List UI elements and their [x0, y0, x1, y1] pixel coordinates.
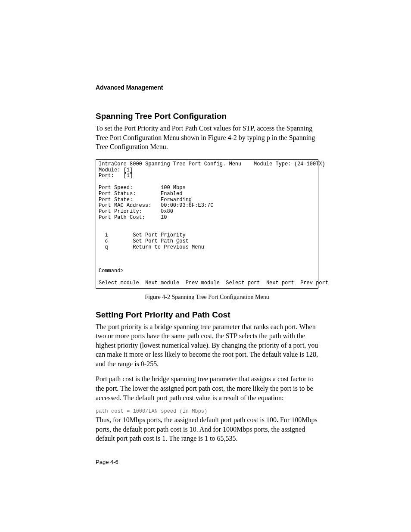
section1-paragraph: To set the Port Priority and Port Path C…: [96, 124, 318, 152]
equation-code: path cost = 1000/LAN speed (in Mbps): [96, 408, 318, 414]
section-heading-2: Setting Port Priority and Path Cost: [96, 310, 318, 320]
section-heading-1: Spanning Tree Port Configuration: [96, 112, 318, 121]
page-number: Page 4-6: [96, 459, 118, 465]
chapter-header: Advanced Management: [96, 84, 318, 91]
section2-p3: Thus, for 10Mbps ports, the assigned def…: [96, 415, 318, 443]
section2-p1: The port priority is a bridge spanning t…: [96, 322, 318, 369]
section2-p2: Port path cost is the bridge spanning tr…: [96, 374, 318, 402]
terminal-screenshot: IntraCore 8000 Spanning Tree Port Config…: [96, 159, 318, 289]
document-page: Advanced Management Spanning Tree Port C…: [0, 0, 411, 532]
figure-caption: Figure 4-2 Spanning Tree Port Configurat…: [96, 294, 318, 301]
